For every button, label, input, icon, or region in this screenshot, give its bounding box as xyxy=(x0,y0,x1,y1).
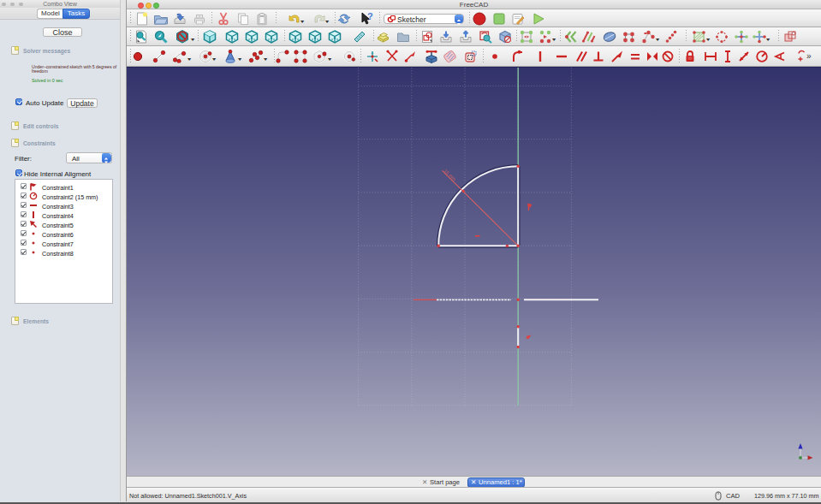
svg-text:15 mm: 15 mm xyxy=(443,168,456,181)
svg-text:?: ? xyxy=(367,12,373,21)
